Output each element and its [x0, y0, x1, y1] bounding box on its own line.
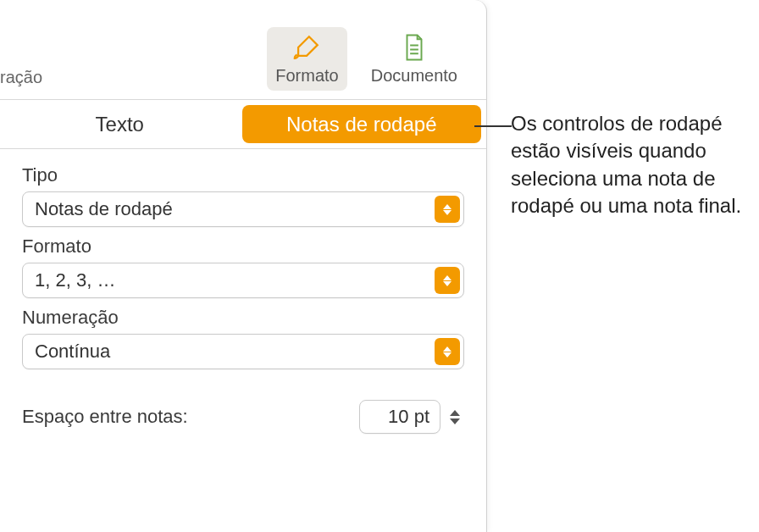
numbering-field: Numeração Contínua — [22, 307, 464, 369]
type-select[interactable]: Notas de rodapé — [22, 191, 464, 227]
format-label: Formato — [22, 236, 464, 258]
numbering-select[interactable]: Contínua — [22, 334, 464, 369]
toolbar: ração Formato — [0, 0, 486, 100]
toolbar-right-group: Formato Documento — [267, 27, 466, 91]
numbering-label: Numeração — [22, 307, 464, 329]
updown-icon — [435, 338, 460, 365]
format-field: Formato 1, 2, 3, … — [22, 236, 464, 298]
stepper-arrows[interactable] — [446, 400, 464, 434]
updown-icon — [435, 267, 460, 294]
tab-text[interactable]: Texto — [0, 100, 240, 148]
type-label: Tipo — [22, 164, 464, 186]
spacing-label: Espaço entre notas: — [22, 406, 188, 428]
tab-footnotes-label: Notas de rodapé — [286, 113, 436, 136]
format-select[interactable]: 1, 2, 3, … — [22, 263, 464, 298]
type-select-value: Notas de rodapé — [35, 198, 435, 220]
toolbar-left-fragment: ração — [0, 68, 42, 87]
document-toolbar-button[interactable]: Documento — [363, 27, 466, 91]
numbering-select-value: Contínua — [35, 341, 435, 363]
chevron-down-icon — [450, 418, 460, 424]
tab-footnotes[interactable]: Notas de rodapé — [242, 105, 482, 143]
callout-text: Os controlos de rodapé estão visíveis qu… — [511, 110, 756, 220]
paintbrush-icon — [291, 32, 322, 63]
spacing-input[interactable] — [359, 400, 440, 434]
spacing-stepper — [359, 400, 464, 434]
document-toolbar-label: Documento — [371, 66, 457, 86]
format-toolbar-label: Formato — [275, 66, 338, 86]
chevron-up-icon — [450, 410, 460, 416]
tab-text-label: Texto — [96, 113, 144, 136]
spacing-row: Espaço entre notas: — [22, 400, 464, 434]
callout-leader-line — [474, 125, 512, 127]
format-select-value: 1, 2, 3, … — [35, 269, 435, 291]
updown-icon — [435, 196, 460, 223]
inspector-panel: ração Formato — [0, 0, 487, 532]
format-toolbar-button[interactable]: Formato — [267, 27, 346, 91]
document-icon — [399, 32, 429, 63]
content-area: Tipo Notas de rodapé Formato 1, 2, 3, … … — [0, 149, 486, 434]
tabs: Texto Notas de rodapé — [0, 100, 486, 149]
type-field: Tipo Notas de rodapé — [22, 164, 464, 227]
